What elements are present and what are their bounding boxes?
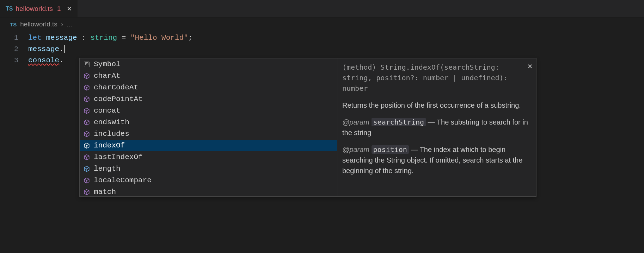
breadcrumb-more: ...: [67, 20, 72, 28]
suggestion-item-indexof[interactable]: indexOf: [80, 140, 337, 151]
suggestion-label: charCodeAt: [94, 83, 138, 91]
field-icon: [83, 165, 90, 172]
method-icon: [83, 119, 90, 126]
line-number: 2: [0, 44, 28, 55]
doc-summary: Returns the position of the first occurr…: [342, 100, 531, 110]
suggestion-item-symbol[interactable]: ⊡Symbol: [80, 58, 337, 70]
method-icon: [83, 131, 90, 138]
suggestion-label: charAt: [94, 72, 121, 80]
suggestion-label: match: [94, 188, 116, 196]
suggestion-item-endswith[interactable]: endsWith: [80, 116, 337, 128]
code-line[interactable]: 1let message : string = "Hello World";: [0, 32, 644, 44]
suggestion-label: indexOf: [94, 141, 125, 150]
close-icon[interactable]: ✕: [527, 61, 533, 72]
tab-dirty-indicator: 1: [57, 5, 61, 13]
suggestion-item-concat[interactable]: concat: [80, 105, 337, 116]
method-icon: [83, 177, 90, 184]
method-signature: (method) String.indexOf(searchString: st…: [342, 62, 531, 94]
suggestion-label: codePointAt: [94, 95, 143, 103]
tab-bar: TS helloworld.ts 1 ✕: [0, 0, 644, 18]
text-cursor: [64, 45, 65, 53]
suggestion-item-length[interactable]: length: [80, 163, 337, 175]
method-icon: [83, 96, 90, 103]
method-icon: [83, 154, 90, 161]
method-icon: [83, 189, 90, 196]
suggestion-label: concat: [94, 107, 121, 115]
suggestion-list[interactable]: ⊡SymbolcharAtcharCodeAtcodePointAtconcat…: [80, 58, 337, 196]
suggestion-label: length: [94, 165, 121, 173]
doc-param: @param searchString — The substring to s…: [342, 117, 531, 138]
suggestion-label: includes: [94, 130, 129, 138]
chevron-right-icon: ›: [61, 20, 63, 28]
breadcrumb[interactable]: TS helloworld.ts › ...: [0, 18, 644, 31]
close-icon[interactable]: ✕: [67, 5, 72, 13]
tab-filename: helloworld.ts: [16, 5, 53, 13]
method-icon: [83, 107, 90, 114]
method-icon: [83, 84, 90, 91]
typescript-icon: TS: [10, 21, 17, 27]
suggestion-item-charcodeat[interactable]: charCodeAt: [80, 82, 337, 93]
suggestion-item-lastindexof[interactable]: lastIndexOf: [80, 151, 337, 163]
suggestion-docs: ✕ (method) String.indexOf(searchString: …: [337, 58, 536, 196]
breadcrumb-filename: helloworld.ts: [20, 20, 57, 28]
suggestion-item-codepointat[interactable]: codePointAt: [80, 93, 337, 105]
keyword-icon: ⊡: [83, 61, 90, 68]
method-icon: [83, 142, 90, 149]
suggestion-item-charat[interactable]: charAt: [80, 70, 337, 82]
suggestion-item-includes[interactable]: includes: [80, 128, 337, 140]
line-number: 1: [0, 32, 28, 44]
editor-tab[interactable]: TS helloworld.ts 1 ✕: [0, 0, 78, 17]
suggestion-item-match[interactable]: match: [80, 186, 337, 196]
suggestion-label: endsWith: [94, 118, 129, 126]
intellisense-popup: ⊡SymbolcharAtcharCodeAtcodePointAtconcat…: [79, 58, 536, 197]
line-number: 3: [0, 55, 28, 66]
method-icon: [83, 72, 90, 80]
doc-param: @param position — The index at which to …: [342, 144, 531, 176]
typescript-icon: TS: [6, 6, 13, 12]
suggestion-label: Symbol: [94, 60, 121, 68]
code-line[interactable]: 2message.: [0, 44, 644, 55]
suggestion-label: localeCompare: [94, 176, 152, 184]
suggestion-label: lastIndexOf: [94, 153, 143, 161]
suggestion-item-localecompare[interactable]: localeCompare: [80, 175, 337, 186]
